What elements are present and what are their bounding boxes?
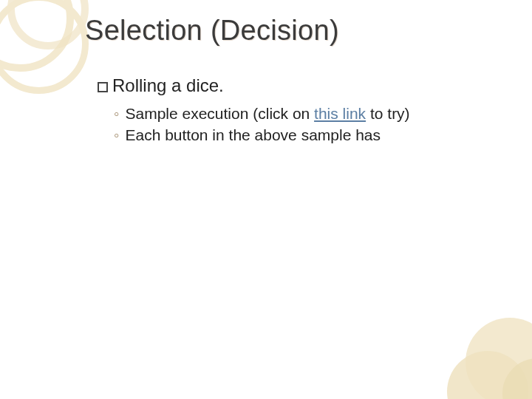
slide: Selection (Decision) Rolling a dice. ◦ S… bbox=[0, 0, 532, 399]
sample-link[interactable]: this link bbox=[314, 105, 366, 122]
square-bullet-icon bbox=[98, 82, 108, 92]
text-fragment: to try) bbox=[366, 105, 410, 122]
list-item: ◦ Sample execution (click on this link t… bbox=[114, 103, 488, 124]
corner-decoration-bottom-right bbox=[414, 281, 532, 399]
bullet-level2-group: ◦ Sample execution (click on this link t… bbox=[114, 103, 488, 146]
list-item-text: Each button in the above sample has bbox=[125, 125, 381, 146]
text-fragment: Sample execution (click on bbox=[125, 105, 314, 122]
circle-bullet-icon: ◦ bbox=[114, 125, 119, 146]
level1-text: Rolling a dice. bbox=[112, 75, 224, 95]
text-fragment: Each button in the above sample has bbox=[125, 126, 381, 143]
slide-body: Rolling a dice. ◦ Sample execution (clic… bbox=[98, 74, 488, 146]
list-item: ◦ Each button in the above sample has bbox=[114, 125, 488, 146]
list-item-text: Sample execution (click on this link to … bbox=[125, 103, 409, 124]
circle-bullet-icon: ◦ bbox=[114, 103, 119, 124]
bullet-level1: Rolling a dice. bbox=[98, 74, 488, 98]
slide-title: Selection (Decision) bbox=[85, 15, 339, 47]
